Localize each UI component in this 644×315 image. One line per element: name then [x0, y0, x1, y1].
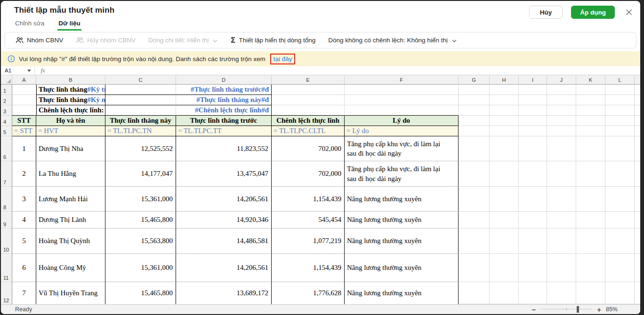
- cell-reason[interactable]: Nâng lương thường xuyên: [345, 254, 459, 282]
- grid-cell[interactable]: [519, 228, 547, 254]
- cell-this-month[interactable]: 15,563,800: [105, 228, 176, 254]
- cell-diff[interactable]: 702,000: [272, 161, 345, 187]
- no-diff-dropdown[interactable]: Dòng không có chênh lệch: Không hiển thị: [328, 37, 457, 44]
- grid-cell[interactable]: [605, 212, 635, 228]
- grid-cell[interactable]: [272, 95, 345, 105]
- grid-cell-merge-value[interactable]: #Thực lĩnh tháng này#đ: [176, 95, 272, 105]
- column-header-partial[interactable]: [635, 75, 640, 85]
- cell-last-month[interactable]: 14,486,581: [176, 228, 272, 254]
- cell-last-month[interactable]: 13,689,172: [176, 282, 272, 304]
- grid-cell[interactable]: [519, 95, 547, 105]
- apply-button[interactable]: Áp dụng: [571, 6, 615, 19]
- row-header[interactable]: 6: [1, 136, 12, 161]
- grid-cell[interactable]: [490, 212, 519, 228]
- grid-cell[interactable]: [547, 212, 576, 228]
- row-header[interactable]: 8: [1, 187, 12, 212]
- grid-cell[interactable]: [635, 85, 640, 95]
- cell-name[interactable]: Hoàng Công Mỳ: [36, 254, 105, 282]
- cell-name[interactable]: Dương Thị Lành: [36, 212, 105, 228]
- grid-cell[interactable]: [547, 105, 576, 116]
- row-header[interactable]: 9: [1, 212, 12, 228]
- grid-cell[interactable]: [519, 105, 547, 116]
- cell-stt[interactable]: 6: [12, 254, 36, 282]
- grid-cell[interactable]: [519, 136, 547, 161]
- formula-name[interactable]: = HVT: [36, 126, 105, 136]
- column-header-e[interactable]: E: [272, 75, 345, 85]
- cell-last-month[interactable]: 13,475,047: [176, 161, 272, 187]
- formula-stt[interactable]: = STT: [12, 126, 36, 136]
- cell-stt[interactable]: 2: [12, 161, 36, 187]
- row-header[interactable]: 12: [1, 282, 12, 304]
- grid-cell[interactable]: [547, 85, 576, 95]
- grid-cell[interactable]: [272, 105, 345, 116]
- cell-last-month[interactable]: 14,206,561: [176, 187, 272, 212]
- grid-cell[interactable]: [547, 161, 576, 187]
- grid-cell[interactable]: [547, 95, 576, 105]
- header-reason[interactable]: Lý do: [345, 116, 459, 126]
- row-header[interactable]: 5: [1, 126, 12, 136]
- grid-cell[interactable]: [547, 116, 576, 126]
- row-header[interactable]: 4: [1, 116, 12, 126]
- grid-cell[interactable]: [345, 85, 459, 95]
- grid-cell[interactable]: [490, 228, 519, 254]
- grid-cell[interactable]: [459, 161, 490, 187]
- grid-cell[interactable]: [547, 126, 576, 136]
- column-header-k[interactable]: K: [576, 75, 605, 85]
- grid-cell[interactable]: [576, 161, 605, 187]
- total-row-button[interactable]: Σ Thiết lập hiển thị dòng tổng: [230, 36, 315, 45]
- grid-cell[interactable]: [605, 161, 635, 187]
- column-header-l[interactable]: L: [605, 75, 635, 85]
- cell-name[interactable]: La Thu Hằng: [36, 161, 105, 187]
- cell-reason[interactable]: Nâng lương thường xuyên: [345, 187, 459, 212]
- header-this-month[interactable]: Thực lĩnh tháng này: [105, 116, 176, 126]
- grid-cell[interactable]: [490, 116, 519, 126]
- grid-cell[interactable]: [547, 282, 576, 304]
- cell-diff[interactable]: 1,776,628: [272, 282, 345, 304]
- grid-cell-merge-value[interactable]: #Chênh lệch thực lĩnh#đ: [176, 105, 272, 116]
- tab-chinh-sua[interactable]: Chỉnh sửa: [14, 19, 45, 31]
- tai-day-link[interactable]: tại đây: [274, 55, 292, 63]
- grid-cell[interactable]: [345, 95, 459, 105]
- cell-reason[interactable]: Tăng phụ cấp khu vực, đi làm lại sau đi …: [345, 136, 459, 161]
- grid-cell[interactable]: [576, 282, 605, 304]
- cell-reason[interactable]: Nâng lương thường xuyên: [345, 212, 459, 228]
- grid-cell[interactable]: [519, 212, 547, 228]
- grid-cell[interactable]: [576, 228, 605, 254]
- cell-this-month[interactable]: 15,361,000: [105, 254, 176, 282]
- grid-cell[interactable]: [576, 187, 605, 212]
- grid-cell[interactable]: [635, 254, 640, 282]
- grid-cell[interactable]: [490, 187, 519, 212]
- grid-cell[interactable]: [576, 116, 605, 126]
- cell-name[interactable]: Lương Mạnh Hải: [36, 187, 105, 212]
- grid-cell[interactable]: [459, 116, 490, 126]
- cell-stt[interactable]: 1: [12, 136, 36, 161]
- column-header-d[interactable]: D: [176, 75, 272, 85]
- grid-cell[interactable]: [635, 282, 640, 304]
- cell-name[interactable]: Dương Thị Nha: [36, 136, 105, 161]
- grid-cell[interactable]: [576, 126, 605, 136]
- grid-cell[interactable]: [519, 254, 547, 282]
- cell-reason[interactable]: Nâng lương thường xuyên: [345, 282, 459, 304]
- cell-reason[interactable]: Tăng phụ cấp khu vực, đi làm lại sau đi …: [345, 161, 459, 187]
- grid-cell[interactable]: [576, 254, 605, 282]
- grid-cell[interactable]: [490, 126, 519, 136]
- column-header-c[interactable]: C: [105, 75, 176, 85]
- zoom-slider[interactable]: [540, 306, 592, 313]
- tab-du-lieu[interactable]: Dữ liệu: [57, 19, 81, 31]
- grid-cell[interactable]: [490, 254, 519, 282]
- grid-cell[interactable]: [490, 85, 519, 95]
- formula-input[interactable]: [51, 66, 640, 75]
- cell-this-month[interactable]: 15,361,000: [105, 187, 176, 212]
- grid-cell[interactable]: [490, 282, 519, 304]
- grid-cell[interactable]: [459, 228, 490, 254]
- cell-diff[interactable]: 1,077,219: [272, 228, 345, 254]
- grid-cell[interactable]: [12, 105, 36, 116]
- row-header[interactable]: 1: [1, 85, 12, 95]
- grid-cell[interactable]: [576, 105, 605, 116]
- grid-cell[interactable]: [635, 136, 640, 161]
- grid-cell[interactable]: [605, 254, 635, 282]
- grid-cell[interactable]: [272, 85, 345, 95]
- grid-cell[interactable]: [459, 126, 490, 136]
- cell-stt[interactable]: 5: [12, 228, 36, 254]
- cell-diff[interactable]: 702,000: [272, 136, 345, 161]
